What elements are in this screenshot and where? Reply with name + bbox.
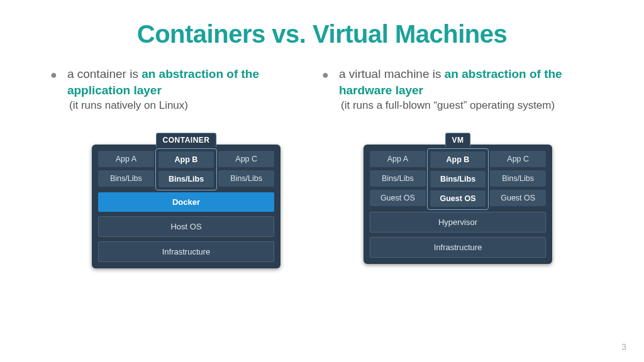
right-bullet: ● a virtual machine is an abstraction of… [322, 66, 594, 98]
columns: ● a container is an abstraction of the a… [0, 66, 644, 268]
container-app-b: App B [158, 151, 214, 168]
vm-guest-a: Guest OS [370, 190, 426, 206]
vm-app-col-a: App A Bins/Libs Guest OS [370, 151, 426, 207]
hypervisor-row: Hypervisor [370, 212, 546, 233]
infra-row-left: Infrastructure [98, 241, 274, 262]
vm-app-col-c: App C Bins/Libs Guest OS [490, 151, 546, 207]
container-bins-b: Bins/Libs [158, 171, 214, 187]
left-sub: (it runs natively on Linux) [69, 99, 322, 112]
container-apps-row: App A Bins/Libs CONTAINER App B Bins/Lib… [98, 151, 274, 188]
slide-title: Containers vs. Virtual Machines [0, 20, 644, 48]
container-label: CONTAINER [156, 133, 217, 147]
vm-guest-c: Guest OS [490, 190, 546, 206]
left-bullet: ● a container is an abstraction of the a… [50, 66, 322, 98]
vm-label: VM [445, 133, 471, 147]
container-diagram-wrap: App A Bins/Libs CONTAINER App B Bins/Lib… [50, 112, 322, 268]
vm-bins-b: Bins/Libs [430, 171, 486, 187]
host-os-row: Host OS [98, 216, 274, 237]
right-sub: (it runs a full-blown “guest” operating … [341, 99, 594, 112]
vm-bins-a: Bins/Libs [370, 170, 426, 187]
vm-diagram-wrap: App A Bins/Libs Guest OS VM App B Bins/L… [322, 112, 594, 264]
container-app-col-c: App C Bins/Libs [218, 151, 274, 188]
container-diagram: App A Bins/Libs CONTAINER App B Bins/Lib… [92, 145, 280, 268]
vm-app-col-b: VM App B Bins/Libs Guest OS [427, 148, 489, 210]
infra-row-right: Infrastructure [370, 237, 546, 258]
vm-bins-c: Bins/Libs [490, 170, 546, 187]
right-column: ● a virtual machine is an abstraction of… [322, 66, 594, 268]
bullet-icon: ● [50, 69, 57, 82]
vm-guest-b: Guest OS [430, 190, 486, 207]
left-bullet-text: a container is an abstraction of the app… [67, 66, 322, 98]
docker-row: Docker [98, 192, 274, 212]
bullet-icon: ● [322, 69, 329, 82]
container-bins-c: Bins/Libs [218, 170, 274, 187]
vm-app-b: App B [430, 151, 486, 168]
left-column: ● a container is an abstraction of the a… [50, 66, 322, 268]
page-number: 3 [621, 342, 626, 352]
left-bullet-pre: a container is [67, 67, 142, 80]
vm-app-a: App A [370, 151, 426, 167]
container-app-col-b: CONTAINER App B Bins/Libs [155, 148, 218, 190]
container-app-col-a: App A Bins/Libs [98, 151, 154, 188]
container-app-c: App C [218, 151, 274, 167]
right-bullet-pre: a virtual machine is [339, 67, 445, 80]
container-app-a: App A [98, 151, 154, 167]
container-bins-a: Bins/Libs [98, 170, 154, 187]
vm-app-c: App C [490, 151, 546, 167]
right-bullet-text: a virtual machine is an abstraction of t… [339, 66, 594, 98]
vm-diagram: App A Bins/Libs Guest OS VM App B Bins/L… [364, 145, 552, 264]
vm-apps-row: App A Bins/Libs Guest OS VM App B Bins/L… [370, 151, 546, 207]
